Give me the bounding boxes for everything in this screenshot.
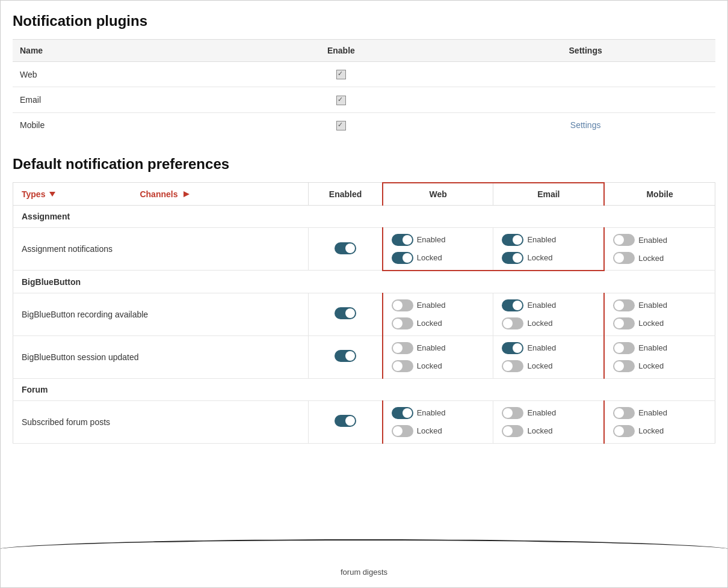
toggle-enabled[interactable]: Enabled: [613, 299, 667, 311]
toggle-enabled[interactable]: Enabled: [502, 407, 556, 419]
toggles-cell: EnabledLocked: [493, 335, 604, 378]
toggle-locked[interactable]: Locked: [613, 360, 664, 372]
toggle-[interactable]: [335, 307, 356, 319]
toggle-track[interactable]: [613, 342, 635, 354]
plugin-enable[interactable]: [226, 62, 455, 87]
toggle-track[interactable]: [335, 350, 356, 362]
toggle-enabled[interactable]: Enabled: [392, 407, 446, 419]
plugin-enable[interactable]: [226, 112, 455, 138]
toggle-track[interactable]: [392, 425, 413, 437]
toggle-track[interactable]: [613, 252, 635, 264]
toggle-[interactable]: [335, 415, 356, 427]
footer-label: forum digests: [341, 568, 387, 577]
pref-enabled-cell[interactable]: [309, 293, 383, 335]
toggle-track[interactable]: [335, 307, 356, 319]
pref-enabled-cell[interactable]: [309, 400, 383, 443]
toggle-locked[interactable]: Locked: [502, 252, 552, 264]
settings-link[interactable]: Settings: [570, 120, 601, 130]
pref-row: Assignment notificationsEnabledLockedEna…: [13, 227, 715, 271]
toggle-label: Locked: [417, 319, 442, 328]
toggles-cell: EnabledLocked: [383, 227, 493, 271]
checkbox-icon[interactable]: [336, 121, 346, 130]
toggle-track[interactable]: [613, 425, 635, 437]
plugin-enable[interactable]: [226, 87, 455, 112]
toggle-track[interactable]: [502, 425, 523, 437]
toggles-container: EnabledLocked: [502, 342, 595, 372]
toggle-enabled[interactable]: Enabled: [392, 234, 446, 246]
toggle-label: Enabled: [417, 235, 446, 244]
toggle-locked[interactable]: Locked: [613, 252, 664, 264]
types-label: Types: [22, 189, 55, 199]
toggle-track[interactable]: [392, 234, 413, 246]
toggle-label: Locked: [638, 361, 664, 370]
prefs-title: Default notification preferences: [13, 156, 715, 173]
toggles-cell: EnabledLocked: [604, 293, 715, 335]
toggle-enabled[interactable]: Enabled: [502, 234, 556, 246]
toggle-track[interactable]: [502, 342, 523, 354]
toggles-container: EnabledLocked: [502, 407, 595, 437]
group-name: Forum: [13, 378, 715, 400]
checkbox-icon[interactable]: [336, 70, 346, 79]
toggle-enabled[interactable]: Enabled: [502, 299, 556, 311]
toggles-cell: EnabledLocked: [493, 227, 604, 271]
toggle-track[interactable]: [392, 342, 413, 354]
toggles-container: EnabledLocked: [502, 299, 595, 329]
pref-row: BigBlueButton recording availableEnabled…: [13, 293, 715, 335]
toggle-locked[interactable]: Locked: [392, 360, 442, 372]
toggle-label: Enabled: [527, 408, 556, 417]
toggle-track[interactable]: [502, 317, 523, 329]
toggle-track[interactable]: [335, 415, 356, 427]
toggle-label: Locked: [417, 426, 442, 435]
toggle-track[interactable]: [613, 234, 635, 246]
group-header-row: Assignment: [13, 205, 715, 227]
toggle-enabled[interactable]: Enabled: [392, 299, 446, 311]
curve-decoration: [0, 539, 728, 587]
toggle-track[interactable]: [392, 360, 413, 372]
toggle-track[interactable]: [613, 299, 635, 311]
toggle-locked[interactable]: Locked: [502, 317, 552, 329]
toggle-locked[interactable]: Locked: [502, 425, 552, 437]
plugin-name: Mobile: [13, 112, 226, 138]
toggle-locked[interactable]: Locked: [392, 317, 442, 329]
prefs-col-email-header: Email: [493, 183, 604, 206]
toggle-track[interactable]: [392, 317, 413, 329]
plugins-row: Email: [13, 87, 715, 112]
toggle-label: Locked: [417, 361, 442, 370]
toggle-[interactable]: [335, 242, 356, 254]
toggle-enabled[interactable]: Enabled: [502, 342, 556, 354]
toggle-label: Locked: [527, 319, 552, 328]
toggle-track[interactable]: [335, 242, 356, 254]
toggle-enabled[interactable]: Enabled: [613, 407, 667, 419]
toggle-track[interactable]: [613, 317, 635, 329]
checkbox-icon[interactable]: [336, 96, 346, 105]
pref-enabled-cell[interactable]: [309, 227, 383, 271]
toggle-enabled[interactable]: Enabled: [613, 234, 667, 246]
toggle-label: Locked: [527, 361, 552, 370]
toggle-enabled[interactable]: Enabled: [392, 342, 446, 354]
toggles-cell: EnabledLocked: [604, 335, 715, 378]
toggle-locked[interactable]: Locked: [392, 252, 442, 264]
toggle-track[interactable]: [613, 407, 635, 419]
toggles-container: EnabledLocked: [392, 407, 485, 437]
toggle-track[interactable]: [392, 407, 413, 419]
toggle-locked[interactable]: Locked: [613, 317, 664, 329]
toggle-track[interactable]: [502, 252, 523, 264]
toggle-locked[interactable]: Locked: [613, 425, 664, 437]
toggle-track[interactable]: [502, 360, 523, 372]
toggle-locked[interactable]: Locked: [502, 360, 552, 372]
toggles-container: EnabledLocked: [392, 234, 485, 264]
toggle-track[interactable]: [392, 299, 413, 311]
toggle-enabled[interactable]: Enabled: [613, 342, 667, 354]
types-arrow-down-icon: [49, 192, 55, 197]
toggle-track[interactable]: [502, 234, 523, 246]
toggle-track[interactable]: [613, 360, 635, 372]
toggle-track[interactable]: [502, 407, 523, 419]
pref-enabled-cell[interactable]: [309, 335, 383, 378]
toggles-cell: EnabledLocked: [604, 227, 715, 271]
toggle-track[interactable]: [502, 299, 523, 311]
prefs-col-enabled-header: Enabled: [309, 183, 383, 206]
toggle-[interactable]: [335, 350, 356, 362]
toggle-track[interactable]: [392, 252, 413, 264]
toggle-locked[interactable]: Locked: [392, 425, 442, 437]
plugin-settings[interactable]: Settings: [455, 112, 715, 138]
